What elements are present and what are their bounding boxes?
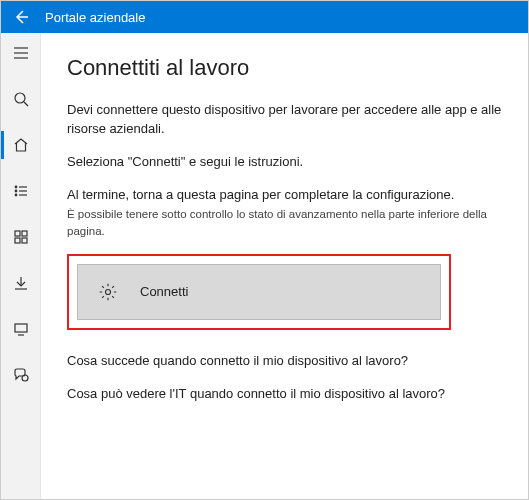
arrow-left-icon	[13, 9, 29, 25]
intro-paragraph-3-sub: È possibile tenere sotto controllo lo st…	[67, 206, 502, 239]
devices-icon	[13, 321, 29, 337]
faq-link-1[interactable]: Cosa succede quando connetto il mio disp…	[67, 352, 502, 371]
hamburger-icon	[13, 45, 29, 61]
svg-point-7	[15, 190, 17, 192]
intro-paragraph-2: Seleziona "Connetti" e segui le istruzio…	[67, 153, 502, 172]
apps-icon	[13, 229, 29, 245]
app-title: Portale aziendale	[45, 10, 145, 25]
page-title: Connettiti al lavoro	[67, 55, 502, 81]
sidebar	[1, 33, 41, 499]
nav-search[interactable]	[1, 85, 41, 113]
intro-paragraph-3: Al termine, torna a questa pagina per co…	[67, 186, 502, 205]
nav-list[interactable]	[1, 177, 41, 205]
svg-rect-17	[15, 324, 27, 332]
svg-point-5	[15, 186, 17, 188]
support-icon	[13, 367, 29, 383]
svg-point-20	[106, 289, 111, 294]
nav-home[interactable]	[1, 131, 41, 159]
nav-support[interactable]	[1, 361, 41, 389]
main-content: Connettiti al lavoro Devi connettere que…	[41, 33, 528, 499]
search-icon	[13, 91, 29, 107]
list-icon	[13, 183, 29, 199]
nav-devices[interactable]	[1, 315, 41, 343]
svg-point-19	[22, 375, 28, 381]
connect-button[interactable]: Connetti	[77, 264, 441, 320]
svg-line-4	[24, 102, 28, 106]
intro-paragraph-1: Devi connettere questo dispositivo per l…	[67, 101, 502, 139]
connect-highlight: Connetti	[67, 254, 451, 330]
download-icon	[13, 275, 29, 291]
gear-icon	[98, 282, 118, 302]
svg-rect-14	[22, 238, 27, 243]
nav-apps[interactable]	[1, 223, 41, 251]
svg-point-3	[15, 93, 25, 103]
svg-rect-12	[22, 231, 27, 236]
svg-rect-13	[15, 238, 20, 243]
nav-hamburger[interactable]	[1, 39, 41, 67]
svg-point-9	[15, 194, 17, 196]
connect-button-label: Connetti	[140, 284, 188, 299]
svg-rect-11	[15, 231, 20, 236]
back-button[interactable]	[9, 5, 33, 29]
faq-link-2[interactable]: Cosa può vedere l'IT quando connetto il …	[67, 385, 502, 404]
nav-downloads[interactable]	[1, 269, 41, 297]
titlebar: Portale aziendale	[1, 1, 528, 33]
home-icon	[13, 137, 29, 153]
